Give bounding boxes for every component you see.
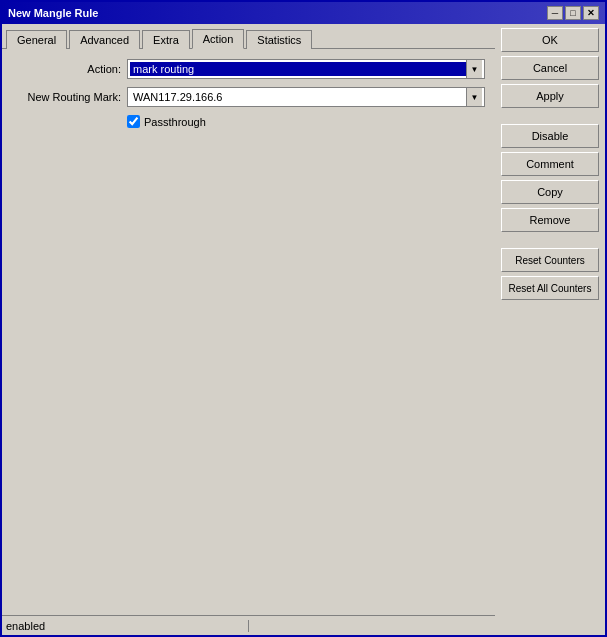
tab-general[interactable]: General bbox=[6, 30, 67, 49]
routing-mark-select[interactable]: WAN117.29.166.6 ▼ bbox=[127, 87, 485, 107]
routing-mark-value: WAN117.29.166.6 bbox=[130, 90, 466, 104]
action-row: Action: mark routing ▼ bbox=[12, 59, 485, 79]
minimize-button[interactable]: ─ bbox=[547, 6, 563, 20]
apply-button[interactable]: Apply bbox=[501, 84, 599, 108]
copy-button[interactable]: Copy bbox=[501, 180, 599, 204]
title-bar-buttons: ─ □ ✕ bbox=[547, 6, 599, 20]
action-select[interactable]: mark routing ▼ bbox=[127, 59, 485, 79]
tab-content: Action: mark routing ▼ New Routing Mark:… bbox=[2, 49, 495, 615]
close-button[interactable]: ✕ bbox=[583, 6, 599, 20]
reset-all-counters-button[interactable]: Reset All Counters bbox=[501, 276, 599, 300]
status-left: enabled bbox=[6, 620, 249, 632]
passthrough-checkbox[interactable] bbox=[127, 115, 140, 128]
window-title: New Mangle Rule bbox=[8, 7, 98, 19]
ok-button[interactable]: OK bbox=[501, 28, 599, 52]
remove-button[interactable]: Remove bbox=[501, 208, 599, 232]
action-dropdown-arrow[interactable]: ▼ bbox=[466, 60, 482, 78]
maximize-button[interactable]: □ bbox=[565, 6, 581, 20]
passthrough-label: Passthrough bbox=[144, 116, 206, 128]
status-bar: enabled bbox=[2, 615, 495, 635]
tab-statistics[interactable]: Statistics bbox=[246, 30, 312, 49]
main-panel: General Advanced Extra Action Statistics… bbox=[2, 24, 495, 635]
action-select-value: mark routing bbox=[130, 62, 466, 76]
tabs-bar: General Advanced Extra Action Statistics bbox=[2, 24, 495, 49]
routing-mark-control-wrap: WAN117.29.166.6 ▼ bbox=[127, 87, 485, 107]
tab-extra[interactable]: Extra bbox=[142, 30, 190, 49]
reset-counters-button[interactable]: Reset Counters bbox=[501, 248, 599, 272]
routing-mark-row: New Routing Mark: WAN117.29.166.6 ▼ bbox=[12, 87, 485, 107]
tab-advanced[interactable]: Advanced bbox=[69, 30, 140, 49]
comment-button[interactable]: Comment bbox=[501, 152, 599, 176]
routing-mark-dropdown-arrow[interactable]: ▼ bbox=[466, 88, 482, 106]
title-bar: New Mangle Rule ─ □ ✕ bbox=[2, 2, 605, 24]
routing-mark-label: New Routing Mark: bbox=[12, 91, 127, 103]
action-control-wrap: mark routing ▼ bbox=[127, 59, 485, 79]
content-area: General Advanced Extra Action Statistics… bbox=[2, 24, 605, 635]
side-panel: OK Cancel Apply Disable Comment Copy Rem… bbox=[495, 24, 605, 635]
main-window: New Mangle Rule ─ □ ✕ General Advanced E… bbox=[0, 0, 607, 637]
action-label: Action: bbox=[12, 63, 127, 75]
tab-action[interactable]: Action bbox=[192, 29, 245, 49]
passthrough-row: Passthrough bbox=[127, 115, 485, 128]
disable-button[interactable]: Disable bbox=[501, 124, 599, 148]
cancel-button[interactable]: Cancel bbox=[501, 56, 599, 80]
